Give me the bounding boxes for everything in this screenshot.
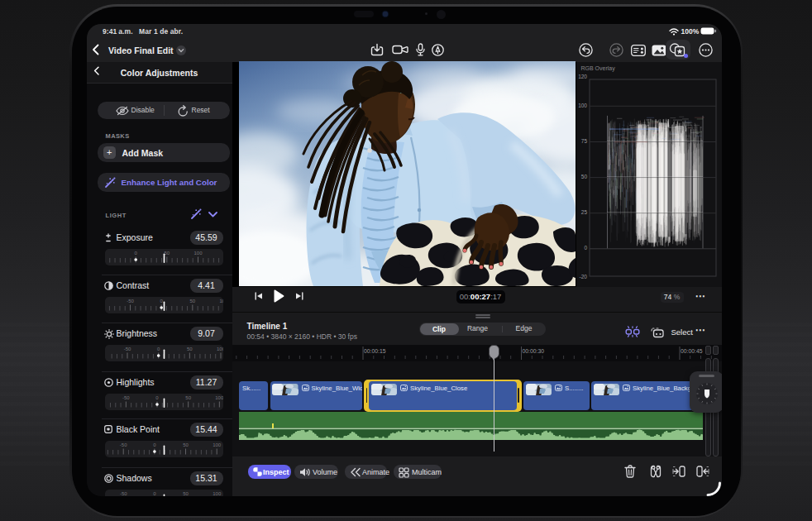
- svg-text:100: 100: [213, 442, 222, 447]
- svg-text:-50: -50: [124, 347, 131, 351]
- svg-text:-50: -50: [120, 442, 127, 447]
- svg-text:-50: -50: [120, 490, 127, 495]
- svg-text:50: 50: [183, 442, 189, 447]
- svg-text:00:00:15: 00:00:15: [364, 347, 386, 353]
- svg-text:50: 50: [183, 490, 189, 495]
- svg-text:50: 50: [189, 299, 195, 304]
- svg-text:50: 50: [164, 250, 170, 255]
- svg-text:-50: -50: [122, 394, 130, 399]
- svg-text:00:00:45: 00:00:45: [681, 347, 703, 353]
- svg-text:100: 100: [193, 250, 203, 255]
- svg-text:100: 100: [215, 394, 223, 399]
- svg-text:100: 100: [219, 299, 223, 304]
- svg-text:00:00:30: 00:00:30: [523, 347, 545, 353]
- svg-text:-50: -50: [127, 299, 134, 304]
- svg-text:50: 50: [185, 394, 191, 399]
- svg-text:100: 100: [213, 490, 222, 495]
- svg-text:50: 50: [187, 347, 193, 351]
- svg-text:100: 100: [217, 347, 223, 351]
